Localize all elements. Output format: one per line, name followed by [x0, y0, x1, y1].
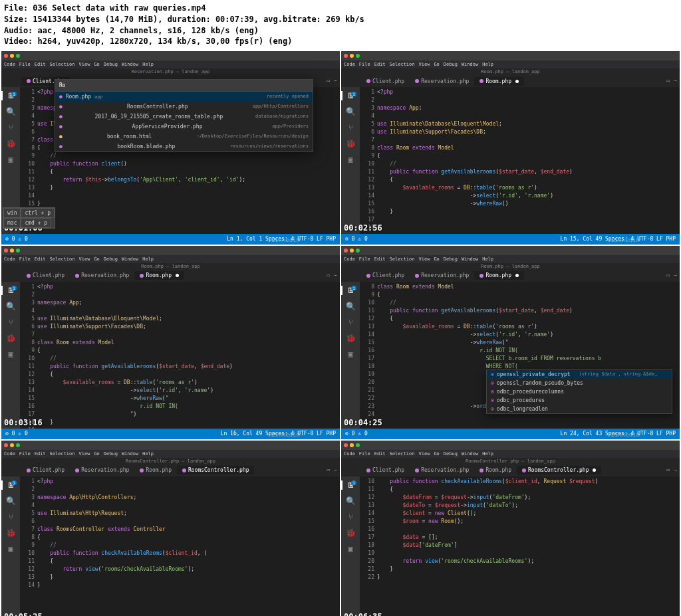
more-icon[interactable]: ⋯: [674, 78, 677, 84]
qo-item[interactable]: ● 2017_06_19_215505_create_rooms_table.p…: [55, 112, 313, 122]
scm-icon[interactable]: ⑂: [6, 123, 15, 132]
watermark: Linkedin: [611, 431, 640, 438]
frame-4: CodeFileEditSelectionViewGoDebugWindowHe…: [341, 246, 680, 439]
editor-tabs[interactable]: Client.php Reservation.php Room.php: [1, 270, 340, 282]
extensions-icon[interactable]: ▣: [6, 544, 15, 554]
split-icon[interactable]: ▭: [327, 467, 330, 473]
quick-open-input[interactable]: Ro: [55, 80, 313, 92]
split-icon[interactable]: ▭: [666, 467, 670, 473]
code-area[interactable]: <?php namespace App; use Illuminate\Data…: [377, 87, 680, 234]
explorer-icon[interactable]: 🗎1: [341, 91, 360, 100]
more-icon[interactable]: ⋯: [334, 467, 337, 473]
search-icon[interactable]: 🔍: [346, 107, 355, 116]
tab-controller[interactable]: RoomsController.php: [517, 466, 602, 474]
code-area[interactable]: public function checkAvailableRooms($cli…: [377, 476, 680, 616]
menubar[interactable]: CodeFileEditSelectionViewGoDebugWindowHe…: [1, 60, 340, 68]
more-icon[interactable]: ⋯: [334, 78, 337, 84]
split-icon[interactable]: ▭: [666, 272, 670, 278]
search-icon[interactable]: 🔍: [6, 302, 15, 311]
editor-tabs[interactable]: Client.php Reservation.php Room.php: [341, 270, 680, 282]
menubar[interactable]: CodeFileEditSelectionViewGoDebugWindowHe…: [1, 255, 340, 263]
menubar[interactable]: CodeFileEditSelectionViewGoDebugWindowHe…: [1, 450, 340, 458]
debug-icon[interactable]: 🐞: [6, 139, 15, 148]
activity-bar[interactable]: 🗎1 🔍 ⑂ 🐞 ▣: [341, 282, 360, 429]
tab-reservation[interactable]: Reservation.php: [70, 271, 134, 280]
extensions-icon[interactable]: ▣: [346, 544, 355, 554]
tab-client[interactable]: Client.php: [21, 271, 70, 280]
explorer-icon[interactable]: 🗎1: [1, 286, 20, 295]
editor-tabs[interactable]: Client.php Reservation.php Room.php Room…: [341, 464, 680, 476]
debug-icon[interactable]: 🐞: [6, 528, 15, 538]
tab-room[interactable]: Room.php: [134, 271, 184, 280]
qo-item[interactable]: ● Room.php apprecently opened: [55, 92, 313, 102]
timestamp: 00:03:16: [4, 418, 43, 427]
debug-icon[interactable]: 🐞: [346, 334, 355, 343]
scm-icon[interactable]: ⑂: [6, 318, 15, 327]
split-icon[interactable]: ▭: [327, 78, 330, 84]
explorer-icon[interactable]: 🗎1: [341, 286, 360, 295]
extensions-icon[interactable]: ▣: [6, 350, 15, 359]
autocomplete-popup[interactable]: ⊙openssl_private_decrypt (string $data ,…: [486, 369, 672, 414]
search-icon[interactable]: 🔍: [346, 302, 355, 311]
editor-tabs[interactable]: Client.php Reservation.php Room.php Room…: [1, 464, 340, 476]
more-icon[interactable]: ⋯: [334, 272, 337, 278]
search-icon[interactable]: 🔍: [6, 496, 15, 506]
tab-controller[interactable]: RoomsController.php: [177, 466, 255, 474]
tab-room[interactable]: Room.php: [474, 77, 524, 86]
scm-icon[interactable]: ⑂: [346, 123, 355, 132]
extensions-icon[interactable]: ▣: [346, 155, 355, 164]
qo-item[interactable]: ● AppServiceProvider.php app/Providers: [55, 122, 313, 132]
activity-bar[interactable]: 🗎1 🔍 ⑂ 🐞 ▣: [341, 87, 360, 234]
explorer-icon[interactable]: 🗎1: [1, 480, 20, 490]
debug-icon[interactable]: 🐞: [346, 528, 355, 538]
debug-icon[interactable]: 🐞: [6, 334, 15, 343]
qo-item[interactable]: ● bookRoom.blade.php resources/views/res…: [55, 142, 313, 152]
ac-item[interactable]: ⊙odbc_procedures: [487, 396, 672, 405]
media-info: File: 036 Select data with raw queries.m…: [0, 0, 681, 50]
watermark: Linkedin: [611, 237, 640, 243]
activity-bar[interactable]: 🗎1 🔍 ⑂ 🐞 ▣: [341, 476, 360, 616]
explorer-icon[interactable]: 🗎1: [341, 480, 360, 490]
scm-icon[interactable]: ⑂: [6, 512, 15, 522]
activity-bar[interactable]: 🗎1 🔍 ⑂ 🐞 ▣: [1, 282, 20, 429]
qo-item[interactable]: ● book_room.html ~/Desktop/ExerciseFiles…: [55, 132, 313, 142]
search-icon[interactable]: 🔍: [346, 496, 355, 506]
split-icon[interactable]: ▭: [327, 272, 330, 278]
tab-client[interactable]: Client.php: [21, 466, 70, 474]
line-numbers: 10111213141516171819202122: [360, 476, 377, 616]
activity-bar[interactable]: 🗎1 🔍 ⑂ 🐞 ▣: [1, 476, 20, 616]
tab-reservation[interactable]: Reservation.php: [410, 77, 474, 86]
tab-room[interactable]: Room.php: [134, 466, 177, 474]
ac-item[interactable]: ⊙openssl_private_decrypt (string $data ,…: [487, 370, 672, 379]
more-icon[interactable]: ⋯: [674, 272, 677, 278]
scm-icon[interactable]: ⑂: [346, 318, 355, 327]
tab-reservation[interactable]: Reservation.php: [70, 466, 134, 474]
split-icon[interactable]: ▭: [666, 78, 670, 84]
tab-reservation[interactable]: Reservation.php: [410, 466, 474, 474]
ac-item[interactable]: ⊙odbc_longreadlen: [487, 405, 672, 413]
tab-room[interactable]: Room.php: [474, 271, 524, 280]
qo-item[interactable]: ● RoomsController.php app/Http/Controlle…: [55, 102, 313, 112]
window-title: RoomsController.php — landon_app: [1, 458, 340, 464]
explorer-icon[interactable]: 🗎1: [1, 91, 20, 100]
tab-room[interactable]: Room.php: [474, 466, 517, 474]
extensions-icon[interactable]: ▣: [6, 155, 15, 164]
more-icon[interactable]: ⋯: [674, 467, 677, 473]
ac-item[interactable]: ⊙odbc_procedurecolumns: [487, 387, 672, 396]
code-area[interactable]: <?php namespace App; use Illuminate\Data…: [37, 282, 340, 429]
menubar[interactable]: CodeFileEditSelectionViewGoDebugWindowHe…: [341, 450, 680, 458]
tab-client[interactable]: Client.php: [361, 271, 410, 280]
code-area[interactable]: <?php namespace App\Http\Controllers; us…: [37, 476, 340, 616]
tab-reservation[interactable]: Reservation.php: [410, 271, 474, 280]
menubar[interactable]: CodeFileEditSelectionViewGoDebugWindowHe…: [341, 255, 680, 263]
ac-item[interactable]: ⊙openssl_random_pseudo_bytes: [487, 379, 672, 387]
quick-open-panel[interactable]: Ro ● Room.php apprecently opened ● Rooms…: [55, 79, 313, 152]
editor-tabs[interactable]: Client.php Reservation.php Room.php: [341, 75, 680, 87]
tab-client[interactable]: Client.php: [361, 77, 410, 86]
scm-icon[interactable]: ⑂: [346, 512, 355, 522]
tab-client[interactable]: Client.php: [361, 466, 410, 474]
debug-icon[interactable]: 🐞: [346, 139, 355, 148]
menubar[interactable]: CodeFileEditSelectionViewGoDebugWindowHe…: [341, 60, 680, 68]
search-icon[interactable]: 🔍: [6, 107, 15, 116]
extensions-icon[interactable]: ▣: [346, 350, 355, 359]
